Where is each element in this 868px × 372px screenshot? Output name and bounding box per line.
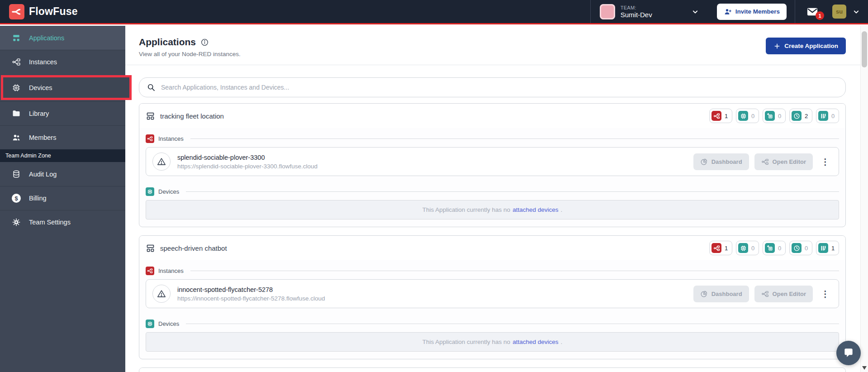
application-card: tracking fleet location 1 0 xyxy=(139,103,846,227)
search-icon xyxy=(147,83,156,92)
database-icon xyxy=(12,170,21,179)
node-red-icon xyxy=(761,158,769,166)
sidebar-item-label: Audit Log xyxy=(29,171,57,178)
user-menu[interactable]: su xyxy=(830,5,868,19)
main-content: Applications View all of your Node-RED i… xyxy=(125,26,868,372)
instance-url: https://innocent-spotted-flycatcher-5278… xyxy=(177,295,325,302)
device-count-badge: 0 xyxy=(736,109,759,123)
team-avatar xyxy=(600,4,615,19)
application-link[interactable]: speech-driven chatbot xyxy=(146,243,227,253)
devices-highlight-annotation: Devices xyxy=(1,75,132,100)
node-red-icon xyxy=(761,290,769,298)
empty-devices-message: This Application currently has no attach… xyxy=(146,332,839,352)
attached-devices-link[interactable]: attached devices xyxy=(512,339,558,345)
application-icon xyxy=(146,111,155,121)
search-input[interactable] xyxy=(161,84,838,91)
devices-icon xyxy=(12,83,21,92)
sidebar-item-applications[interactable]: Applications xyxy=(0,26,125,50)
node-red-icon xyxy=(146,267,154,275)
create-application-label: Create Application xyxy=(784,43,838,49)
pipeline-icon xyxy=(818,111,828,121)
invite-members-label: Invite Members xyxy=(735,8,780,15)
page-title: Applications xyxy=(139,37,196,48)
device-group-count-badge: 0 xyxy=(763,241,786,255)
sidebar-item-label: Instances xyxy=(29,58,57,66)
dashboard-button[interactable]: Dashboard xyxy=(693,153,749,170)
snapshot-count-badge: 2 xyxy=(789,109,812,123)
sidebar-item-team-settings[interactable]: Team Settings xyxy=(0,210,125,234)
user-avatar: su xyxy=(832,5,846,19)
create-application-button[interactable]: Create Application xyxy=(766,38,846,54)
instances-section-label: Instances xyxy=(146,132,839,145)
notifications-button[interactable]: 1 xyxy=(795,0,830,23)
sidebar-item-label: Library xyxy=(29,110,49,117)
chevron-down-icon xyxy=(691,7,700,16)
sidebar-item-label: Billing xyxy=(29,195,47,202)
divider xyxy=(190,271,839,271)
device-icon xyxy=(146,187,154,196)
node-red-icon xyxy=(711,243,721,253)
device-group-count-badge: 0 xyxy=(763,109,786,123)
instance-name: innocent-spotted-flycatcher-5278 xyxy=(177,286,325,293)
application-card: test 3 1 xyxy=(139,367,846,372)
pipeline-count-badge: 0 xyxy=(816,109,839,123)
brand[interactable]: FlowFuse xyxy=(0,4,78,19)
attached-devices-link[interactable]: attached devices xyxy=(512,206,558,213)
sidebar-item-label: Applications xyxy=(29,34,64,42)
sidebar-item-label: Team Settings xyxy=(29,219,71,226)
kebab-menu-icon[interactable]: ⋮ xyxy=(818,156,832,168)
sidebar-item-label: Devices xyxy=(29,84,52,91)
plus-icon xyxy=(773,43,781,50)
node-red-icon xyxy=(146,134,154,143)
brand-name: FlowFuse xyxy=(29,5,78,18)
application-link[interactable]: tracking fleet location xyxy=(146,111,224,121)
application-name: speech-driven chatbot xyxy=(160,244,227,252)
invite-members-button[interactable]: Invite Members xyxy=(717,4,787,20)
instance-row[interactable]: innocent-spotted-flycatcher-5278 https:/… xyxy=(146,279,839,308)
kebab-menu-icon[interactable]: ⋮ xyxy=(818,288,832,300)
open-editor-button[interactable]: Open Editor xyxy=(754,153,813,170)
device-icon xyxy=(738,243,748,253)
flowfuse-logo-icon xyxy=(9,4,24,19)
sidebar-item-audit-log[interactable]: Audit Log xyxy=(0,162,125,186)
device-group-icon xyxy=(765,243,775,253)
application-card: speech-driven chatbot 1 0 xyxy=(139,235,846,359)
team-label: TEAM: xyxy=(621,5,691,10)
info-icon[interactable] xyxy=(200,38,209,47)
devices-section-label: Devices xyxy=(146,185,839,198)
chat-widget-button[interactable] xyxy=(836,341,861,365)
chevron-down-icon xyxy=(852,7,861,16)
applications-icon xyxy=(12,33,21,43)
sidebar-item-devices[interactable]: Devices xyxy=(3,77,129,98)
topbar: FlowFuse TEAM: Sumit-Dev Invite Members xyxy=(0,0,868,24)
pipeline-count-badge: 1 xyxy=(816,241,839,255)
device-group-icon xyxy=(765,111,775,121)
sidebar-item-library[interactable]: Library xyxy=(0,101,125,125)
clock-icon xyxy=(792,111,802,121)
divider xyxy=(186,191,839,192)
instance-count-badge: 1 xyxy=(709,109,732,123)
warning-icon xyxy=(157,289,166,299)
team-selector[interactable]: TEAM: Sumit-Dev xyxy=(590,0,709,23)
device-icon xyxy=(738,111,748,121)
snapshot-count-badge: 0 xyxy=(789,241,812,255)
sidebar: Applications Instances Devices Library M… xyxy=(0,26,125,372)
sidebar-item-members[interactable]: Members xyxy=(0,125,125,149)
scrollbar[interactable] xyxy=(860,26,868,372)
pie-chart-icon xyxy=(700,158,708,166)
dashboard-button[interactable]: Dashboard xyxy=(693,286,749,302)
instance-count-badge: 1 xyxy=(709,241,732,255)
divider xyxy=(186,324,839,324)
page-subtitle: View all of your Node-RED instances. xyxy=(139,51,241,57)
instance-status-icon xyxy=(152,285,171,303)
instance-name: splendid-sociable-plover-3300 xyxy=(177,154,318,161)
team-admin-zone-header: Team Admin Zone xyxy=(0,149,125,162)
scrollbar-thumb[interactable] xyxy=(862,31,867,67)
instance-url: https://splendid-sociable-plover-3300.fl… xyxy=(177,163,318,170)
scrollbar-down-arrow[interactable] xyxy=(862,366,867,370)
sidebar-item-instances[interactable]: Instances xyxy=(0,50,125,74)
device-count-badge: 0 xyxy=(736,241,759,255)
sidebar-item-billing[interactable]: $ Billing xyxy=(0,186,125,210)
instance-row[interactable]: splendid-sociable-plover-3300 https://sp… xyxy=(146,147,839,176)
open-editor-button[interactable]: Open Editor xyxy=(754,286,813,302)
